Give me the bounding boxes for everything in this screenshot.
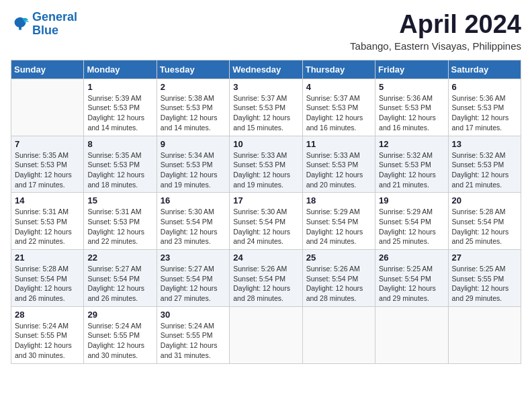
weekday-header-monday: Monday xyxy=(84,60,157,79)
day-number: 5 xyxy=(379,82,444,92)
day-info: Sunrise: 5:35 AMSunset: 5:53 PMDaylight:… xyxy=(87,150,152,190)
day-info: Sunrise: 5:31 AMSunset: 5:53 PMDaylight:… xyxy=(15,207,80,246)
calendar-cell xyxy=(448,306,521,363)
calendar-cell: 14Sunrise: 5:31 AMSunset: 5:53 PMDayligh… xyxy=(11,193,84,250)
day-number: 26 xyxy=(379,253,444,263)
calendar-cell: 6Sunrise: 5:36 AMSunset: 5:53 PMDaylight… xyxy=(448,79,521,136)
day-number: 7 xyxy=(15,139,80,149)
day-number: 23 xyxy=(161,253,226,263)
calendar-cell: 24Sunrise: 5:26 AMSunset: 5:54 PMDayligh… xyxy=(230,250,302,307)
logo: GeneralBlue xyxy=(11,11,77,38)
day-number: 21 xyxy=(15,253,80,263)
day-number: 18 xyxy=(306,195,371,205)
day-number: 19 xyxy=(379,195,444,205)
calendar-cell: 16Sunrise: 5:30 AMSunset: 5:54 PMDayligh… xyxy=(157,193,229,250)
day-number: 13 xyxy=(452,139,517,149)
day-number: 15 xyxy=(87,195,152,205)
weekday-header-friday: Friday xyxy=(375,60,448,79)
day-number: 22 xyxy=(87,253,152,263)
calendar-cell: 3Sunrise: 5:37 AMSunset: 5:53 PMDaylight… xyxy=(230,79,302,136)
day-info: Sunrise: 5:27 AMSunset: 5:54 PMDaylight:… xyxy=(87,264,152,304)
day-info: Sunrise: 5:36 AMSunset: 5:53 PMDaylight:… xyxy=(452,93,517,133)
day-info: Sunrise: 5:30 AMSunset: 5:54 PMDaylight:… xyxy=(233,207,298,246)
calendar-cell: 19Sunrise: 5:29 AMSunset: 5:54 PMDayligh… xyxy=(375,193,448,250)
calendar-cell: 26Sunrise: 5:25 AMSunset: 5:54 PMDayligh… xyxy=(375,250,448,307)
day-number: 8 xyxy=(87,139,152,149)
day-info: Sunrise: 5:28 AMSunset: 5:54 PMDaylight:… xyxy=(452,207,517,246)
calendar-table: SundayMondayTuesdayWednesdayThursdayFrid… xyxy=(11,60,521,364)
day-info: Sunrise: 5:33 AMSunset: 5:53 PMDaylight:… xyxy=(233,150,298,190)
calendar-cell: 12Sunrise: 5:32 AMSunset: 5:53 PMDayligh… xyxy=(375,136,448,193)
day-number: 6 xyxy=(452,82,517,92)
day-info: Sunrise: 5:35 AMSunset: 5:53 PMDaylight:… xyxy=(15,150,80,190)
day-info: Sunrise: 5:25 AMSunset: 5:55 PMDaylight:… xyxy=(452,264,517,304)
weekday-header-sunday: Sunday xyxy=(11,60,84,79)
calendar-cell: 20Sunrise: 5:28 AMSunset: 5:54 PMDayligh… xyxy=(448,193,521,250)
calendar-week-row: 14Sunrise: 5:31 AMSunset: 5:53 PMDayligh… xyxy=(11,193,521,250)
day-info: Sunrise: 5:32 AMSunset: 5:53 PMDaylight:… xyxy=(452,150,517,190)
calendar-cell: 17Sunrise: 5:30 AMSunset: 5:54 PMDayligh… xyxy=(230,193,302,250)
day-info: Sunrise: 5:24 AMSunset: 5:55 PMDaylight:… xyxy=(15,321,80,361)
day-info: Sunrise: 5:39 AMSunset: 5:53 PMDaylight:… xyxy=(87,93,152,133)
day-info: Sunrise: 5:29 AMSunset: 5:54 PMDaylight:… xyxy=(306,207,371,246)
day-info: Sunrise: 5:37 AMSunset: 5:53 PMDaylight:… xyxy=(233,93,298,133)
day-info: Sunrise: 5:38 AMSunset: 5:53 PMDaylight:… xyxy=(161,93,226,133)
calendar-cell: 2Sunrise: 5:38 AMSunset: 5:53 PMDaylight… xyxy=(157,79,229,136)
day-number: 30 xyxy=(161,310,226,320)
calendar-cell: 28Sunrise: 5:24 AMSunset: 5:55 PMDayligh… xyxy=(11,306,84,363)
calendar-week-row: 7Sunrise: 5:35 AMSunset: 5:53 PMDaylight… xyxy=(11,136,521,193)
calendar-cell: 1Sunrise: 5:39 AMSunset: 5:53 PMDaylight… xyxy=(84,79,157,136)
calendar-cell: 13Sunrise: 5:32 AMSunset: 5:53 PMDayligh… xyxy=(448,136,521,193)
day-number: 9 xyxy=(161,139,226,149)
calendar-cell xyxy=(230,306,302,363)
day-number: 24 xyxy=(233,253,298,263)
day-info: Sunrise: 5:31 AMSunset: 5:53 PMDaylight:… xyxy=(87,207,152,246)
day-info: Sunrise: 5:37 AMSunset: 5:53 PMDaylight:… xyxy=(306,93,371,133)
day-info: Sunrise: 5:34 AMSunset: 5:53 PMDaylight:… xyxy=(161,150,226,190)
calendar-cell: 22Sunrise: 5:27 AMSunset: 5:54 PMDayligh… xyxy=(84,250,157,307)
main-title: April 2024 xyxy=(350,11,521,39)
logo-icon xyxy=(11,15,30,34)
calendar-cell: 25Sunrise: 5:26 AMSunset: 5:54 PMDayligh… xyxy=(302,250,375,307)
day-number: 25 xyxy=(306,253,371,263)
calendar-cell: 18Sunrise: 5:29 AMSunset: 5:54 PMDayligh… xyxy=(302,193,375,250)
day-info: Sunrise: 5:26 AMSunset: 5:54 PMDaylight:… xyxy=(306,264,371,304)
calendar-cell: 29Sunrise: 5:24 AMSunset: 5:55 PMDayligh… xyxy=(84,306,157,363)
calendar-cell: 15Sunrise: 5:31 AMSunset: 5:53 PMDayligh… xyxy=(84,193,157,250)
calendar-week-row: 28Sunrise: 5:24 AMSunset: 5:55 PMDayligh… xyxy=(11,306,521,363)
day-info: Sunrise: 5:24 AMSunset: 5:55 PMDaylight:… xyxy=(161,321,226,361)
calendar-cell: 30Sunrise: 5:24 AMSunset: 5:55 PMDayligh… xyxy=(157,306,229,363)
weekday-header-tuesday: Tuesday xyxy=(157,60,229,79)
weekday-header-saturday: Saturday xyxy=(448,60,521,79)
calendar-cell: 27Sunrise: 5:25 AMSunset: 5:55 PMDayligh… xyxy=(448,250,521,307)
day-info: Sunrise: 5:29 AMSunset: 5:54 PMDaylight:… xyxy=(379,207,444,246)
calendar-cell: 11Sunrise: 5:33 AMSunset: 5:53 PMDayligh… xyxy=(302,136,375,193)
day-number: 20 xyxy=(452,195,517,205)
day-number: 2 xyxy=(161,82,226,92)
calendar-cell: 21Sunrise: 5:28 AMSunset: 5:54 PMDayligh… xyxy=(11,250,84,307)
day-info: Sunrise: 5:32 AMSunset: 5:53 PMDaylight:… xyxy=(379,150,444,190)
day-number: 28 xyxy=(15,310,80,320)
calendar-cell: 7Sunrise: 5:35 AMSunset: 5:53 PMDaylight… xyxy=(11,136,84,193)
day-number: 14 xyxy=(15,195,80,205)
day-info: Sunrise: 5:27 AMSunset: 5:54 PMDaylight:… xyxy=(161,264,226,304)
day-number: 16 xyxy=(161,195,226,205)
day-number: 17 xyxy=(233,195,298,205)
day-info: Sunrise: 5:28 AMSunset: 5:54 PMDaylight:… xyxy=(15,264,80,304)
calendar-cell: 23Sunrise: 5:27 AMSunset: 5:54 PMDayligh… xyxy=(157,250,229,307)
calendar-cell xyxy=(11,79,84,136)
weekday-header-thursday: Thursday xyxy=(302,60,375,79)
day-info: Sunrise: 5:26 AMSunset: 5:54 PMDaylight:… xyxy=(233,264,298,304)
calendar-header-row: SundayMondayTuesdayWednesdayThursdayFrid… xyxy=(11,60,521,79)
title-area: April 2024 Tabango, Eastern Visayas, Phi… xyxy=(350,11,521,52)
calendar-week-row: 1Sunrise: 5:39 AMSunset: 5:53 PMDaylight… xyxy=(11,79,521,136)
weekday-header-wednesday: Wednesday xyxy=(230,60,302,79)
day-number: 3 xyxy=(233,82,298,92)
calendar-cell: 5Sunrise: 5:36 AMSunset: 5:53 PMDaylight… xyxy=(375,79,448,136)
day-number: 29 xyxy=(87,310,152,320)
logo-text: GeneralBlue xyxy=(32,11,77,38)
day-info: Sunrise: 5:33 AMSunset: 5:53 PMDaylight:… xyxy=(306,150,371,190)
day-number: 10 xyxy=(233,139,298,149)
calendar-cell xyxy=(375,306,448,363)
subtitle: Tabango, Eastern Visayas, Philippines xyxy=(350,40,521,52)
